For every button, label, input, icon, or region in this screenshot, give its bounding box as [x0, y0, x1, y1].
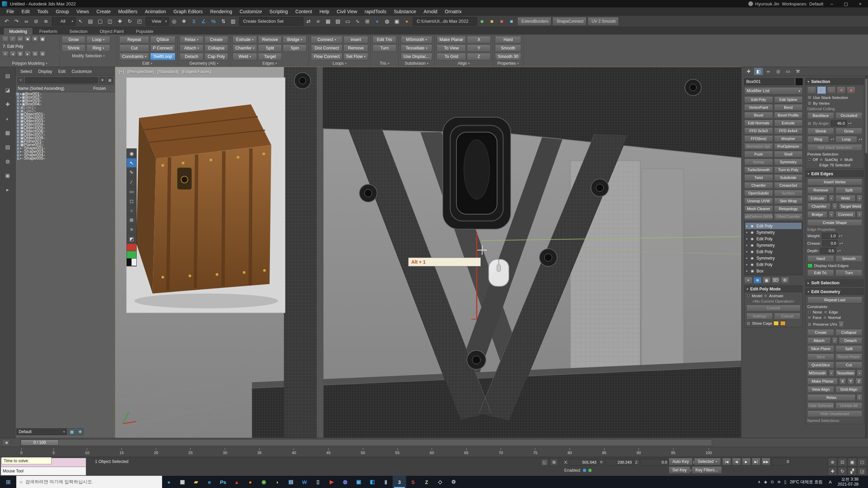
- time-slider-track[interactable]: 0 / 100: [20, 439, 712, 446]
- ribbon-button[interactable]: Use Displac...: [401, 53, 432, 60]
- weather-widget[interactable]: 28°C 대체로 흐림: [790, 479, 823, 485]
- ring-button[interactable]: Ring: [807, 136, 829, 143]
- viewport-plus-menu[interactable]: [+]: [119, 69, 124, 74]
- viewport-shading-menu[interactable]: [Standard]: [157, 69, 178, 74]
- taskbar-notepad[interactable]: ▯: [311, 476, 325, 488]
- taskbar-acrobat[interactable]: ▲: [230, 476, 243, 488]
- taskbar-cortana[interactable]: ●: [162, 476, 176, 488]
- crease-value[interactable]: 0.0: [822, 240, 838, 246]
- taskbar-chrome[interactable]: ◉: [257, 476, 271, 488]
- edge-subobject-icon[interactable]: ∕: [817, 86, 826, 94]
- modifier-preset-button[interactable]: Bend: [774, 104, 803, 111]
- ribbon-button[interactable]: Flow Connect: [311, 53, 342, 60]
- ribbon-button[interactable]: Connect: [311, 36, 342, 43]
- rendered-frame-icon[interactable]: ▣: [393, 17, 402, 26]
- explorer-menu-item[interactable]: Select: [18, 69, 35, 74]
- modifier-list-dropdown[interactable]: Modifier List: [744, 87, 803, 95]
- border-mode-icon[interactable]: ▭: [17, 36, 23, 42]
- eye-icon[interactable]: ◉: [127, 149, 136, 158]
- previous-frame-icon[interactable]: ◀: [732, 458, 741, 465]
- menu-item[interactable]: Customize: [236, 7, 265, 16]
- visibility-eye-icon[interactable]: [751, 256, 755, 260]
- detach-button[interactable]: Detach: [839, 337, 862, 344]
- modifier-preset-button[interactable]: Bevel: [744, 112, 773, 119]
- ribbon-button[interactable]: Chamfer: [233, 44, 257, 52]
- select-and-manipulate-icon[interactable]: ❖: [180, 17, 189, 26]
- cut-button[interactable]: Cut: [835, 362, 862, 368]
- scene-object-row[interactable]: ◧ ▣ Box004: [16, 102, 19, 106]
- ribbon-button[interactable]: Cut: [119, 44, 149, 52]
- ribbon-button[interactable]: Cap Poly: [204, 53, 228, 60]
- modifier-preset-button[interactable]: Chamfer: [744, 182, 773, 189]
- layout-icon[interactable]: ▞: [848, 467, 857, 475]
- curve-editor-icon[interactable]: ∿: [354, 17, 362, 26]
- attach-settings-caddy-icon[interactable]: ▪: [832, 337, 837, 344]
- scene-object-row[interactable]: ◧ ▣ Object006: [16, 129, 19, 133]
- taskbar-3dsmax[interactable]: 3: [393, 476, 406, 488]
- msmooth-settings-caddy-icon[interactable]: ▪: [829, 370, 834, 377]
- ribbon-button[interactable]: SwiftLoop: [150, 53, 175, 60]
- menu-item[interactable]: Views: [73, 7, 93, 16]
- modifier-preset-button[interactable]: Symmetry: [774, 159, 803, 165]
- view-align-button[interactable]: View Align: [807, 386, 834, 393]
- quickslice-button[interactable]: QuickSlice: [807, 362, 834, 368]
- dock-utility-icon[interactable]: ▣: [4, 171, 12, 180]
- depth-spinner[interactable]: ▲▼: [837, 248, 841, 254]
- tab-display[interactable]: ▭: [784, 68, 792, 75]
- ribbon-button[interactable]: To View: [437, 44, 466, 52]
- expand-icon[interactable]: [746, 237, 749, 240]
- cage-selected-color-swatch[interactable]: [780, 321, 786, 326]
- ribbon-button[interactable]: Set Flow: [343, 53, 368, 60]
- tab-create[interactable]: ✚: [744, 68, 753, 75]
- extrude-button[interactable]: Extrude: [807, 195, 827, 202]
- modifier-preset-button[interactable]: Turn to Poly: [774, 166, 803, 173]
- remove-modifier-icon[interactable]: ⌦: [772, 277, 780, 284]
- scene-object-row[interactable]: ◧ ▣ Object001: [16, 113, 19, 116]
- modifier-preset-button[interactable]: TurboSmooth: [744, 166, 773, 173]
- ribbon-button[interactable]: Z: [467, 53, 491, 60]
- scene-object-row[interactable]: ◧ ▣ Object007: [16, 133, 19, 136]
- zoom-icon[interactable]: ⊕: [828, 458, 837, 466]
- angle-snap-icon[interactable]: ∠: [200, 17, 209, 26]
- scene-object-row[interactable]: ◧ ▣ Box002: [16, 96, 19, 99]
- undo-icon[interactable]: ↶: [3, 17, 12, 26]
- previous-frame-button[interactable]: ◀: [2, 439, 10, 446]
- slice-button[interactable]: Slice: [807, 353, 834, 360]
- ribbon-button[interactable]: Extrude: [233, 36, 257, 43]
- circle-icon[interactable]: ○: [127, 206, 136, 215]
- connect-settings-caddy-icon[interactable]: ▪: [857, 211, 862, 218]
- loop-button[interactable]: Loop: [835, 136, 857, 143]
- close-button[interactable]: ×: [854, 0, 866, 7]
- taskbar-photoshop[interactable]: Ps: [216, 476, 230, 488]
- hard-button[interactable]: Hard: [807, 255, 834, 262]
- scene-object-row[interactable]: ◧ ▣ Object005: [16, 126, 19, 129]
- modifier-preset-button[interactable]: Mesh Cleaner: [744, 205, 773, 212]
- go-to-start-icon[interactable]: |◀: [722, 458, 731, 465]
- tab-utilities[interactable]: ⚒: [793, 68, 802, 75]
- target-weld-button[interactable]: Target Weld: [839, 203, 862, 210]
- turn-button[interactable]: Turn: [835, 269, 862, 276]
- layer-manager-icon[interactable]: ▦: [68, 428, 75, 435]
- measure-tool-icon[interactable]: ■: [498, 17, 507, 26]
- menu-item[interactable]: Rendering: [206, 7, 236, 16]
- command-panel-scrollbar[interactable]: [865, 76, 868, 438]
- modifier-preset-button[interactable]: Normalize Spl.: [744, 143, 773, 150]
- visibility-eye-icon[interactable]: [751, 243, 755, 247]
- slice-plane-button[interactable]: Slice Plane: [807, 345, 834, 352]
- dock-create-icon[interactable]: ✚: [4, 100, 12, 108]
- menu-item[interactable]: Tools: [34, 7, 52, 16]
- explorer-menu-item[interactable]: Display: [36, 69, 55, 74]
- tessellate-settings-caddy-icon[interactable]: ▪: [857, 370, 862, 377]
- animate-radio[interactable]: [764, 294, 768, 298]
- tessellate-button[interactable]: Tessellate: [835, 370, 855, 377]
- menu-item[interactable]: Content: [292, 7, 316, 16]
- scene-object-row[interactable]: ◧ ▣ Object002: [16, 116, 19, 119]
- bridge-settings-caddy-icon[interactable]: ▪: [829, 211, 834, 218]
- ribbon-button[interactable]: Edit Tris: [373, 36, 396, 43]
- render-setup-icon[interactable]: ◍: [383, 17, 392, 26]
- by-angle-value[interactable]: 45.0: [831, 120, 847, 126]
- object-color-swatch[interactable]: [796, 78, 803, 85]
- modifier-preset-button[interactable]: CreaseSet: [774, 182, 803, 189]
- model-radio[interactable]: [746, 294, 750, 298]
- scene-object-row[interactable]: ◧ ○ Shape003: [16, 150, 19, 153]
